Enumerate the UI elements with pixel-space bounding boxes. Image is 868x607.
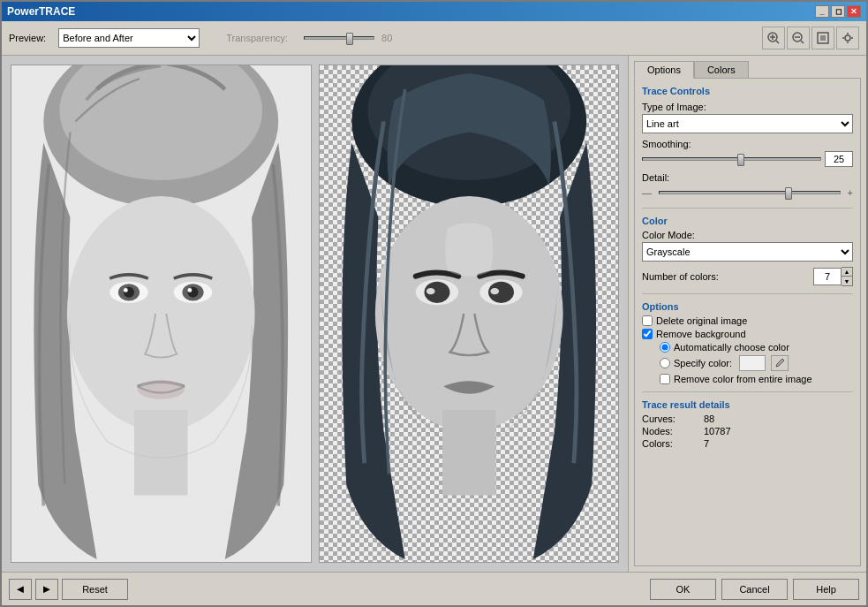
colors-result-value: 7 <box>704 438 709 449</box>
zoom-in-button[interactable] <box>762 27 785 49</box>
bottom-bar: ◄ ► Reset OK Cancel Help <box>2 572 866 605</box>
remove-background-label: Remove background <box>656 329 746 339</box>
type-of-image-select[interactable]: Line art Logo Detailed logo Clipart High… <box>642 114 853 133</box>
delete-original-row: Delete original image <box>642 315 853 326</box>
spinbox-up[interactable]: ▲ <box>842 268 852 277</box>
trace-results-title: Trace result details <box>642 399 853 410</box>
trace-controls-title: Trace Controls <box>642 86 853 96</box>
nodes-label: Nodes: <box>642 426 704 436</box>
divider-3 <box>642 391 853 392</box>
cancel-button[interactable]: Cancel <box>721 579 788 600</box>
delete-original-label: Delete original image <box>656 315 747 326</box>
num-colors-spinbox: ▲ ▼ <box>813 267 853 286</box>
preview-label: Preview: <box>9 33 46 43</box>
svg-point-32 <box>426 288 434 294</box>
after-image <box>320 65 619 562</box>
color-section-title: Color <box>642 216 853 226</box>
radio-group: Automatically choose color Specify color… <box>660 342 853 384</box>
tab-colors[interactable]: Colors <box>694 61 749 79</box>
detail-minus: — <box>642 187 652 198</box>
ok-button[interactable]: OK <box>650 579 716 600</box>
right-panel: Options Colors Trace Controls Type of Im… <box>628 56 866 572</box>
color-mode-row: Color Mode: Grayscale Black and White RG… <box>642 230 853 262</box>
spinbox-buttons: ▲ ▼ <box>842 267 853 286</box>
auto-choose-label: Automatically choose color <box>674 342 789 353</box>
transparency-slider[interactable] <box>304 36 374 40</box>
close-button[interactable]: ✕ <box>847 5 861 18</box>
colors-result-label: Colors: <box>642 438 704 449</box>
svg-point-23 <box>138 380 185 399</box>
color-mode-select[interactable]: Grayscale Black and White RGB Color Pant… <box>642 242 853 262</box>
preview-area <box>2 56 628 572</box>
reset-button[interactable]: Reset <box>62 579 128 600</box>
svg-rect-8 <box>820 35 826 41</box>
detail-row: Detail: — + <box>642 172 853 201</box>
color-section: Color Color Mode: Grayscale Black and Wh… <box>642 216 853 286</box>
num-colors-row: Number of colors: ▲ ▼ <box>642 267 853 286</box>
smoothing-value[interactable] <box>825 151 853 167</box>
minimize-button[interactable]: _ <box>815 5 829 18</box>
svg-point-9 <box>845 35 850 41</box>
main-window: PowerTRACE _ ◻ ✕ Preview: Before and Aft… <box>0 0 868 607</box>
colors-result-row: Colors: 7 <box>642 438 853 449</box>
type-of-image-row: Type of Image: Line art Logo Detailed lo… <box>642 102 853 133</box>
remove-color-checkbox[interactable] <box>660 374 670 384</box>
svg-rect-14 <box>134 410 187 496</box>
color-mode-label: Color Mode: <box>642 230 853 240</box>
zoom-out-button[interactable] <box>787 27 810 49</box>
curves-row: Curves: 88 <box>642 414 853 424</box>
svg-line-1 <box>776 41 779 43</box>
restore-button[interactable]: ◻ <box>831 5 845 18</box>
eyedropper-button[interactable] <box>771 355 789 371</box>
tab-content: Trace Controls Type of Image: Line art L… <box>634 78 861 566</box>
spinbox-down[interactable]: ▼ <box>842 277 852 285</box>
detail-slider[interactable] <box>659 185 841 201</box>
window-title: PowerTRACE <box>7 5 75 18</box>
curves-value: 88 <box>704 414 714 424</box>
divider-1 <box>642 208 853 209</box>
preview-select[interactable]: Before and After Before After <box>58 28 200 48</box>
detail-plus: + <box>848 187 853 198</box>
undo-button[interactable]: ◄ <box>9 579 32 600</box>
auto-choose-radio[interactable] <box>660 342 670 353</box>
help-button[interactable]: Help <box>793 579 859 600</box>
tab-options[interactable]: Options <box>634 61 694 79</box>
options-section-title: Options <box>642 301 853 312</box>
remove-background-row: Remove background <box>642 329 853 339</box>
remove-color-label: Remove color from entire image <box>674 374 812 384</box>
svg-point-33 <box>490 288 499 294</box>
smoothing-slider-row <box>642 151 853 167</box>
redo-button[interactable]: ► <box>35 579 58 600</box>
color-picker-button[interactable] <box>739 355 766 371</box>
svg-point-18 <box>124 288 128 292</box>
toolbar-icons <box>762 27 859 49</box>
zoom-fit-button[interactable] <box>811 27 834 49</box>
titlebar-buttons: _ ◻ ✕ <box>815 5 861 18</box>
before-image <box>11 65 311 562</box>
detail-slider-row: — + <box>642 185 853 201</box>
bottom-left: ◄ ► Reset <box>9 579 128 600</box>
delete-original-checkbox[interactable] <box>642 315 653 326</box>
specify-color-radio[interactable] <box>660 358 670 368</box>
svg-point-22 <box>187 288 192 292</box>
svg-rect-27 <box>442 410 495 496</box>
smoothing-label: Smoothing: <box>642 139 853 149</box>
smoothing-slider[interactable] <box>642 151 821 167</box>
trace-results-section: Trace result details Curves: 88 Nodes: 1… <box>642 399 853 449</box>
pan-button[interactable] <box>836 27 859 49</box>
specify-color-label: Specify color: <box>674 358 732 368</box>
toolbar: Preview: Before and After Before After T… <box>2 21 866 56</box>
specify-color-row: Specify color: <box>660 355 853 371</box>
tabs: Options Colors <box>634 61 861 79</box>
auto-choose-row: Automatically choose color <box>660 342 853 353</box>
remove-background-checkbox[interactable] <box>642 329 653 339</box>
num-colors-input[interactable] <box>813 268 842 285</box>
after-panel <box>319 64 620 563</box>
trace-controls-section: Trace Controls Type of Image: Line art L… <box>642 86 853 201</box>
remove-color-row: Remove color from entire image <box>660 374 853 384</box>
transparency-value: 80 <box>381 33 392 43</box>
type-of-image-label: Type of Image: <box>642 102 853 112</box>
num-colors-label: Number of colors: <box>642 271 810 282</box>
nodes-value: 10787 <box>704 426 731 436</box>
options-section: Options Delete original image Remove bac… <box>642 301 853 384</box>
